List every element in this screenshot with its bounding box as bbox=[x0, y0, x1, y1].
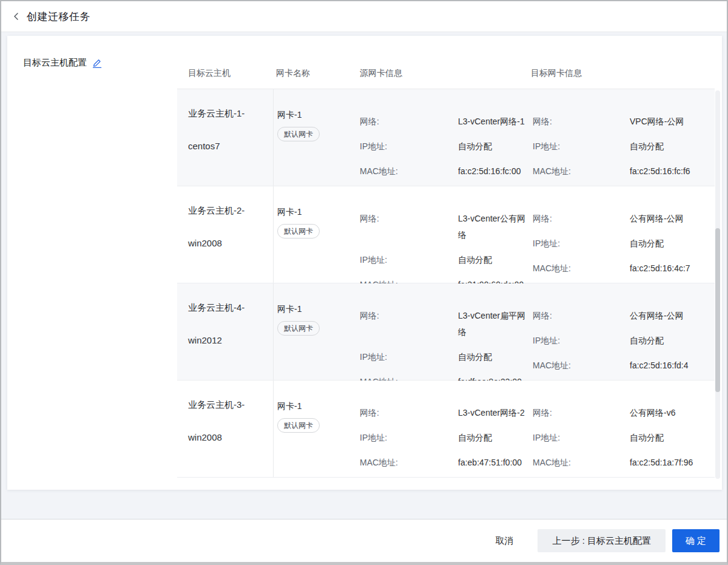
nic-config-table: 目标云主机 网卡名称 源网卡信息 目标网卡信息 业务云主机-1- centos7… bbox=[177, 36, 715, 479]
table-row: 业务云主机-4- win2012 网卡-1 默认网卡 网络: L3-vCente… bbox=[177, 283, 715, 381]
network-label: 网络: bbox=[360, 113, 458, 130]
source-network-value: L3-vCenter公有网络 bbox=[458, 211, 527, 243]
column-header-source-nic: 源网卡信息 bbox=[360, 67, 402, 79]
nic-name: 网卡-1 bbox=[277, 206, 345, 218]
target-ip-value: 自动分配 bbox=[630, 430, 711, 446]
network-label: 网络: bbox=[533, 211, 630, 227]
column-header-target-host: 目标云主机 bbox=[188, 67, 231, 79]
target-network-value: 公有网络-公网 bbox=[630, 308, 711, 324]
default-nic-badge: 默认网卡 bbox=[277, 224, 320, 239]
source-network-row: 网络: L3-vCenter网络-2 bbox=[360, 405, 530, 421]
cancel-button[interactable]: 取消 bbox=[484, 529, 524, 552]
cell-nic-name: 网卡-1 默认网卡 bbox=[277, 206, 345, 239]
previous-step-button[interactable]: 上一步 : 目标云主机配置 bbox=[538, 529, 666, 552]
target-mac-row: MAC地址: fa:c2:5d:1a:7f:96 bbox=[533, 455, 715, 471]
scrollbar-thumb[interactable] bbox=[715, 228, 720, 392]
target-mac-value: fa:c2:5d:16:fd:4 bbox=[630, 357, 711, 374]
confirm-button[interactable]: 确定 bbox=[672, 529, 720, 552]
target-ip-row: IP地址: 自动分配 bbox=[533, 235, 715, 252]
nic-name: 网卡-1 bbox=[277, 303, 345, 315]
table-header: 目标云主机 网卡名称 源网卡信息 目标网卡信息 bbox=[177, 36, 715, 89]
cell-source-nic-info: 网络: L3-vCenter网络-1 IP地址: 自动分配 MAC地址: fa:… bbox=[360, 113, 530, 188]
source-ip-row: IP地址: 自动分配 bbox=[360, 430, 530, 446]
source-network-row: 网络: L3-vCenter公有网络 bbox=[360, 211, 530, 243]
ip-label: IP地址: bbox=[360, 349, 458, 365]
table-row: 业务云主机-1- centos7 网卡-1 默认网卡 网络: L3-vCente… bbox=[177, 89, 715, 186]
source-ip-value: 自动分配 bbox=[458, 138, 527, 155]
column-divider bbox=[273, 381, 274, 477]
source-network-value: L3-vCenter扁平网络 bbox=[458, 308, 527, 340]
target-ip-row: IP地址: 自动分配 bbox=[533, 138, 715, 155]
target-ip-value: 自动分配 bbox=[630, 138, 711, 155]
source-mac-row: MAC地址: fa:c2:5d:16:fc:00 bbox=[360, 163, 530, 180]
source-mac-row: MAC地址: fa:eb:47:51:f0:00 bbox=[360, 455, 530, 471]
ip-label: IP地址: bbox=[360, 138, 458, 155]
source-network-value: L3-vCenter网络-1 bbox=[458, 113, 527, 130]
default-nic-badge: 默认网卡 bbox=[277, 321, 320, 336]
back-button[interactable] bbox=[10, 10, 23, 23]
cell-target-host: 业务云主机-2- win2008 bbox=[188, 203, 268, 251]
column-divider bbox=[273, 89, 274, 186]
target-network-value: 公有网络-公网 bbox=[630, 211, 711, 227]
mac-label: MAC地址: bbox=[533, 455, 630, 471]
edit-icon[interactable] bbox=[92, 58, 103, 69]
target-ip-row: IP地址: 自动分配 bbox=[533, 333, 715, 349]
mac-label: MAC地址: bbox=[533, 163, 630, 180]
nic-name: 网卡-1 bbox=[277, 109, 345, 121]
column-divider bbox=[273, 186, 274, 283]
mac-label: MAC地址: bbox=[360, 163, 458, 180]
network-label: 网络: bbox=[533, 308, 630, 324]
page-header: 创建迁移任务 bbox=[1, 1, 727, 32]
cell-target-host: 业务云主机-3- win2008 bbox=[188, 398, 268, 445]
source-network-value: L3-vCenter网络-2 bbox=[458, 405, 527, 421]
default-nic-badge: 默认网卡 bbox=[277, 127, 320, 141]
target-mac-row: MAC地址: fa:c2:5d:16:4c:7 bbox=[533, 260, 715, 277]
table-body: 业务云主机-1- centos7 网卡-1 默认网卡 网络: L3-vCente… bbox=[177, 89, 715, 478]
source-mac-value: fa:c2:5d:16:fc:00 bbox=[458, 163, 527, 180]
section-label: 目标云主机配置 bbox=[23, 57, 103, 69]
target-host-name: 业务云主机-4- bbox=[188, 300, 268, 315]
create-migration-task-window: 创建迁移任务 目标云主机配置 目标云主机 网卡名称 源网卡信息 目标网卡信息 bbox=[0, 0, 728, 565]
target-network-row: 网络: 公有网络-公网 bbox=[533, 308, 715, 324]
target-host-name-line2: centos7 bbox=[188, 139, 268, 154]
cell-nic-name: 网卡-1 默认网卡 bbox=[277, 303, 345, 336]
column-divider bbox=[273, 283, 274, 380]
footer-bar: 取消 上一步 : 目标云主机配置 确定 bbox=[1, 519, 727, 562]
target-mac-value: fa:c2:5d:16:4c:7 bbox=[630, 260, 711, 277]
source-ip-value: 自动分配 bbox=[458, 252, 527, 268]
target-network-row: 网络: VPC网络-公网 bbox=[533, 113, 715, 130]
source-ip-value: 自动分配 bbox=[458, 349, 527, 365]
mac-label: MAC地址: bbox=[533, 260, 630, 277]
target-host-name: 业务云主机-1- bbox=[188, 106, 268, 121]
cell-target-nic-info: 网络: 公有网络-公网 IP地址: 自动分配 MAC地址: fa:c2:5d:1… bbox=[533, 308, 715, 382]
cell-target-host: 业务云主机-4- win2012 bbox=[188, 300, 268, 348]
network-label: 网络: bbox=[360, 308, 458, 340]
source-network-row: 网络: L3-vCenter网络-1 bbox=[360, 113, 530, 130]
source-ip-row: IP地址: 自动分配 bbox=[360, 138, 530, 155]
section-title: 目标云主机配置 bbox=[23, 57, 87, 69]
cell-target-host: 业务云主机-1- centos7 bbox=[188, 106, 268, 154]
page-title: 创建迁移任务 bbox=[27, 10, 90, 24]
target-mac-row: MAC地址: fa:c2:5d:16:fc:f6 bbox=[533, 163, 715, 180]
source-network-row: 网络: L3-vCenter扁平网络 bbox=[360, 308, 530, 340]
mac-label: MAC地址: bbox=[533, 357, 630, 374]
table-row: 业务云主机-3- win2008 网卡-1 默认网卡 网络: L3-vCente… bbox=[177, 381, 715, 478]
column-header-nic-name: 网卡名称 bbox=[276, 67, 310, 79]
source-ip-row: IP地址: 自动分配 bbox=[360, 349, 530, 365]
cell-source-nic-info: 网络: L3-vCenter网络-2 IP地址: 自动分配 MAC地址: fa:… bbox=[360, 405, 530, 479]
nic-name: 网卡-1 bbox=[277, 400, 345, 412]
target-mac-value: fa:c2:5d:1a:7f:96 bbox=[630, 455, 711, 471]
ip-label: IP地址: bbox=[360, 252, 458, 268]
cell-nic-name: 网卡-1 默认网卡 bbox=[277, 400, 345, 433]
table-row: 业务云主机-2- win2008 网卡-1 默认网卡 网络: L3-vCente… bbox=[177, 186, 715, 283]
cell-target-nic-info: 网络: VPC网络-公网 IP地址: 自动分配 MAC地址: fa:c2:5d:… bbox=[533, 113, 715, 188]
cell-target-nic-info: 网络: 公有网络-v6 IP地址: 自动分配 MAC地址: fa:c2:5d:1… bbox=[533, 405, 715, 479]
default-nic-badge: 默认网卡 bbox=[277, 418, 320, 433]
target-network-value: 公有网络-v6 bbox=[630, 405, 711, 421]
target-ip-value: 自动分配 bbox=[630, 333, 711, 349]
content-area: 目标云主机配置 目标云主机 网卡名称 源网卡信息 目标网卡信息 业务云主机-1-… bbox=[1, 33, 727, 519]
cell-nic-name: 网卡-1 默认网卡 bbox=[277, 109, 345, 141]
target-ip-value: 自动分配 bbox=[630, 235, 711, 252]
target-host-name: 业务云主机-2- bbox=[188, 203, 268, 218]
target-host-name: 业务云主机-3- bbox=[188, 398, 268, 412]
